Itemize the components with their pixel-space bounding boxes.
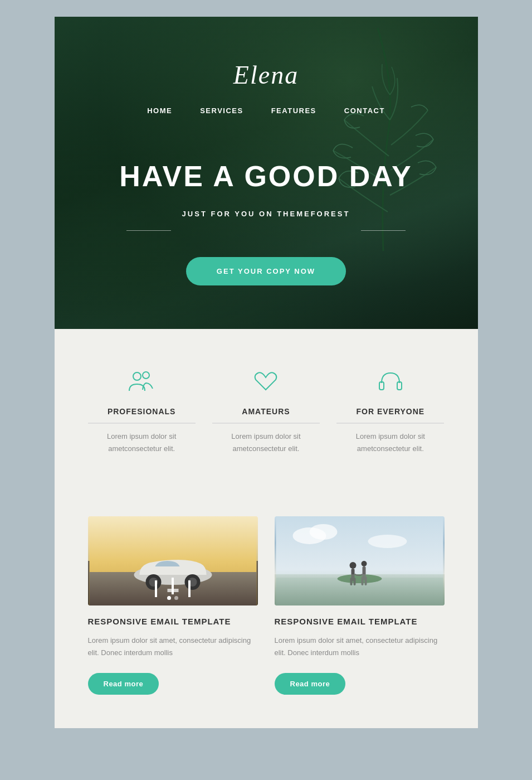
main-nav: HOME SERVICES FEATURES CONTACT — [55, 106, 478, 115]
carousel-dots — [167, 596, 178, 600]
hero-title: HAVE A GOOD DAY — [55, 159, 478, 193]
card-2-desc: Lorem ipsum dolor sit amet, consectetur … — [275, 634, 445, 659]
nav-contact[interactable]: CONTACT — [344, 106, 385, 115]
nav-home[interactable]: HOME — [147, 106, 172, 115]
card-2-read-more[interactable]: Read more — [275, 673, 346, 695]
feature-everyone-title: FOR EVERYONE — [336, 407, 444, 424]
card-1-title: RESPONSIVE EMAIL TEMPLATE — [88, 617, 258, 626]
svg-rect-20 — [351, 569, 354, 581]
features-section: PROFESIONALS Lorem ipsum dolor sit ametc… — [55, 329, 478, 494]
card-2-image — [275, 516, 445, 605]
card-1-read-more[interactable]: Read more — [88, 673, 159, 695]
hero-subtitle: JUST FOR YOU ON THEMEFOREST — [182, 210, 350, 218]
nav-services[interactable]: SERVICES — [200, 106, 243, 115]
card-1: RESPONSIVE EMAIL TEMPLATE Lorem ipsum do… — [88, 516, 258, 695]
features-grid: PROFESIONALS Lorem ipsum dolor sit ametc… — [88, 368, 445, 455]
feature-professionals-title: PROFESIONALS — [88, 407, 196, 424]
cards-section: RESPONSIVE EMAIL TEMPLATE Lorem ipsum do… — [55, 494, 478, 728]
dot-1[interactable] — [167, 596, 171, 600]
hero-section: Elena HOME SERVICES FEATURES CONTACT HAV… — [55, 17, 478, 329]
svg-point-12 — [188, 578, 197, 587]
svg-rect-26 — [364, 576, 367, 585]
svg-point-16 — [368, 535, 407, 548]
svg-point-1 — [143, 372, 149, 379]
hero-content: Elena HOME SERVICES FEATURES CONTACT HAV… — [55, 60, 478, 285]
feature-professionals: PROFESIONALS Lorem ipsum dolor sit ametc… — [88, 368, 196, 455]
feature-amateurs-title: AMATEURS — [212, 407, 320, 424]
feature-professionals-desc: Lorem ipsum dolor sit ametconsectetur el… — [88, 430, 196, 455]
svg-rect-22 — [353, 578, 355, 585]
site-logo: Elena — [55, 60, 478, 90]
svg-point-18 — [337, 574, 382, 583]
nav-features[interactable]: FEATURES — [271, 106, 316, 115]
headphones-icon — [374, 368, 407, 396]
heart-icon — [249, 368, 282, 396]
svg-rect-21 — [350, 578, 352, 585]
svg-rect-3 — [397, 382, 402, 390]
svg-point-15 — [309, 524, 337, 540]
cta-button[interactable]: GET YOUR COPY NOW — [186, 257, 346, 285]
card-1-image — [88, 516, 258, 605]
svg-point-19 — [349, 562, 356, 569]
svg-rect-7 — [167, 589, 178, 592]
svg-rect-24 — [362, 566, 365, 580]
svg-rect-2 — [379, 382, 384, 390]
users-icon — [125, 368, 158, 396]
svg-point-10 — [149, 578, 158, 587]
card-2: RESPONSIVE EMAIL TEMPLATE Lorem ipsum do… — [275, 516, 445, 695]
feature-amateurs-desc: Lorem ipsum dolor sit ametconsectetur el… — [212, 430, 320, 455]
svg-rect-17 — [276, 578, 443, 605]
svg-point-0 — [133, 372, 141, 380]
cards-grid: RESPONSIVE EMAIL TEMPLATE Lorem ipsum do… — [88, 516, 445, 695]
dot-2[interactable] — [174, 596, 178, 600]
svg-point-23 — [361, 561, 367, 566]
card-2-title: RESPONSIVE EMAIL TEMPLATE — [275, 617, 445, 626]
feature-everyone-desc: Lorem ipsum dolor sit ametconsectetur el… — [336, 430, 444, 455]
feature-amateurs: AMATEURS Lorem ipsum dolor sit ametconse… — [212, 368, 320, 455]
feature-everyone: FOR EVERYONE Lorem ipsum dolor sit ametc… — [336, 368, 444, 455]
svg-rect-25 — [361, 576, 363, 585]
hero-divider: JUST FOR YOU ON THEMEFOREST — [55, 210, 478, 251]
card-1-desc: Lorem ipsum dolor sit amet, consectetur … — [88, 634, 258, 659]
page-wrapper: Elena HOME SERVICES FEATURES CONTACT HAV… — [55, 17, 478, 728]
